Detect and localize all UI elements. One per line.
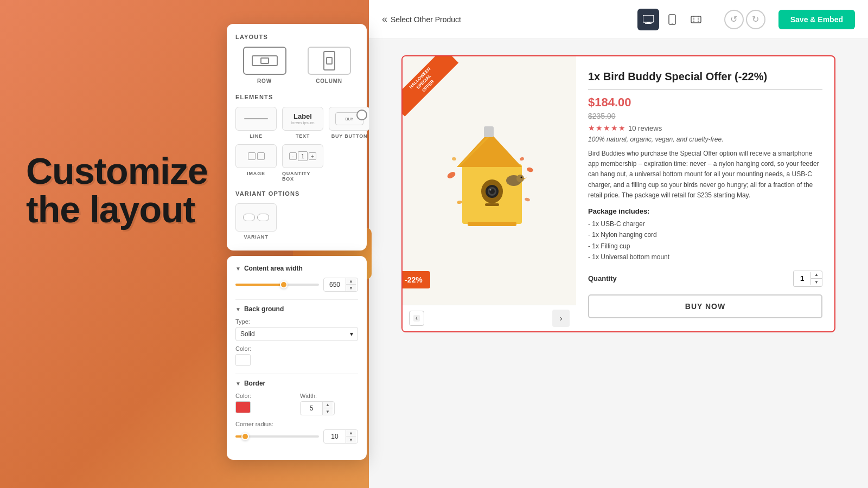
quantity-up-arrow[interactable]: ▲: [811, 271, 822, 279]
text-label-big: Label: [293, 112, 312, 120]
element-buy-button[interactable]: BUY BUY BUTTON: [329, 107, 370, 139]
chevron-down-icon-type: ▾: [350, 330, 353, 338]
birdhouse-svg: [435, 115, 544, 246]
top-bar: « Select Other Product: [369, 0, 868, 39]
corner-radius-field[interactable]: [324, 431, 346, 442]
element-image-box[interactable]: [235, 144, 277, 168]
undo-btn[interactable]: ↺: [724, 10, 744, 29]
row-layout-option[interactable]: ROW: [235, 47, 293, 84]
element-image[interactable]: IMAGE: [235, 144, 277, 182]
column-icon: [323, 51, 335, 70]
type-field-label: Type:: [235, 318, 358, 325]
product-title: 1x Bird Buddy Special Offer (-22%): [588, 69, 822, 84]
variant-box[interactable]: [235, 203, 277, 232]
corner-up[interactable]: ▲: [346, 430, 356, 436]
element-text[interactable]: Label lorem ipsum TEXT: [282, 107, 323, 139]
product-description: Bird Buddies who purchase the Special Of…: [588, 149, 822, 201]
background-color-swatch[interactable]: [235, 354, 251, 366]
thumbnail-prev-btn[interactable]: [409, 311, 424, 326]
border-color-swatch[interactable]: [235, 401, 251, 413]
width-input-field[interactable]: [324, 279, 346, 290]
element-line-box[interactable]: [235, 107, 277, 131]
thumbnail-next-btn[interactable]: ›: [552, 310, 570, 327]
buy-now-button[interactable]: BUY NOW: [588, 294, 822, 318]
back-arrows-icon: «: [382, 14, 387, 25]
width-slider-thumb[interactable]: [280, 281, 288, 288]
row-layout-label: ROW: [257, 78, 272, 84]
discount-badge: -22%: [401, 271, 430, 288]
quantity-stepper[interactable]: 1 ▲ ▼: [793, 271, 822, 287]
corner-radius-input[interactable]: ▲ ▼: [323, 429, 358, 444]
svg-point-20: [516, 175, 524, 182]
type-select[interactable]: Solid ▾: [235, 327, 358, 341]
layouts-section-title: LAYOUTS: [235, 34, 358, 40]
history-icons: ↺ ↻: [724, 10, 765, 29]
preview-area: « Select Other Product: [369, 0, 868, 488]
product-info-column: 1x Bird Buddy Special Offer (-22%) $184.…: [576, 56, 834, 331]
tablet-icon: [668, 14, 676, 25]
corner-down[interactable]: ▼: [346, 436, 356, 443]
product-stars: ★★★★★: [588, 124, 626, 132]
redo-btn[interactable]: ↻: [746, 10, 765, 29]
element-quantity-box[interactable]: - 1 + QUANTITY BOX: [282, 144, 323, 182]
back-to-product-link[interactable]: « Select Other Product: [382, 14, 461, 25]
column-layout-box[interactable]: [308, 47, 351, 75]
width-number-input[interactable]: ▲ ▼: [323, 278, 358, 292]
settings-panel: ▼ Content area width ▲ ▼ ▼ Back ground T…: [227, 256, 367, 460]
border-width-field[interactable]: [301, 403, 322, 414]
background-section: ▼ Back ground Type: Solid ▾ Color:: [235, 305, 358, 366]
border-settings-row: Color: Width: ▲ ▼: [235, 393, 358, 415]
corner-radius-thumb[interactable]: [241, 433, 249, 440]
content-area-width-title: Content area width: [244, 265, 303, 272]
quantity-down-arrow[interactable]: ▼: [811, 279, 822, 286]
variant-label: VARIANT: [244, 234, 269, 240]
width-up-arrow[interactable]: ▲: [346, 278, 356, 285]
background-title: Back ground: [244, 305, 284, 313]
svg-point-4: [672, 23, 673, 24]
package-item-4: - 1x Universal bottom mount: [588, 252, 822, 262]
svg-rect-16: [485, 203, 499, 206]
variant-grid: VARIANT: [235, 203, 358, 240]
row-layout-box[interactable]: [243, 47, 286, 75]
border-width-down[interactable]: ▼: [323, 408, 333, 415]
border-section: ▼ Border Color: Width: ▲ ▼ Corner radius: [235, 380, 358, 444]
svg-point-26: [524, 197, 530, 202]
element-text-box[interactable]: Label lorem ipsum: [282, 107, 323, 131]
element-buy-button-box[interactable]: BUY: [329, 107, 370, 131]
border-header[interactable]: ▼ Border: [235, 380, 358, 387]
svg-rect-5: [691, 16, 701, 23]
svg-point-15: [490, 189, 492, 190]
qty-icon: - 1 +: [289, 151, 316, 161]
width-down-arrow[interactable]: ▼: [346, 285, 356, 291]
device-expand-btn[interactable]: [685, 9, 707, 30]
package-list: - 1x USB-C charger - 1x Nylon hanging co…: [588, 219, 822, 263]
border-width-up[interactable]: ▲: [323, 402, 333, 408]
row-icon: [252, 55, 278, 66]
thumbnail-prev-icon: [413, 315, 420, 322]
variant-option[interactable]: VARIANT: [235, 203, 277, 240]
product-title-divider: [588, 89, 822, 90]
hero-text-block: Customize the layout: [26, 152, 208, 229]
device-desktop-btn[interactable]: [637, 9, 659, 30]
divider-1: [235, 299, 358, 300]
product-image-column: HALLOWEENSPECIALOFFER -22%: [403, 56, 576, 331]
background-header[interactable]: ▼ Back ground: [235, 305, 358, 313]
element-buy-button-label: BUY BUTTON: [331, 133, 368, 139]
save-embed-button[interactable]: Save & Embed: [778, 10, 855, 29]
content-area-width-header[interactable]: ▼ Content area width: [235, 265, 358, 272]
element-qty-label: QUANTITY BOX: [282, 171, 323, 182]
corner-radius-slider-track[interactable]: [235, 435, 319, 438]
element-qty-box[interactable]: - 1 +: [282, 144, 323, 168]
column-layout-option[interactable]: COLUMN: [300, 47, 358, 84]
halloween-ribbon-text: HALLOWEENSPECIALOFFER: [403, 56, 458, 117]
element-line[interactable]: LINE: [235, 107, 277, 139]
border-width-input[interactable]: ▲ ▼: [300, 401, 335, 415]
quantity-row: Quantity 1 ▲ ▼: [588, 271, 822, 287]
variant-pill-2: [257, 214, 269, 221]
variant-pill-group: [243, 214, 269, 221]
device-tablet-btn[interactable]: [661, 9, 683, 30]
product-card: HALLOWEENSPECIALOFFER -22%: [401, 55, 835, 332]
svg-point-24: [526, 166, 534, 173]
width-slider-track[interactable]: [235, 284, 319, 286]
svg-point-28: [452, 157, 457, 160]
